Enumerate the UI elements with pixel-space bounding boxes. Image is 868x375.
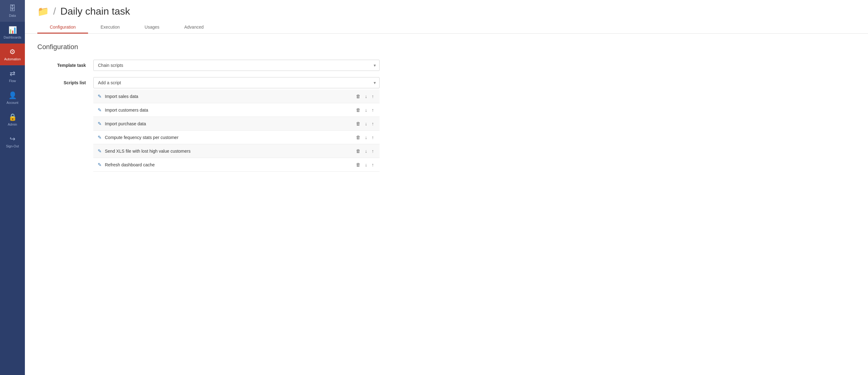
edit-icon-6: ✎	[98, 162, 102, 167]
automation-icon: ⚙	[9, 48, 16, 56]
admin-icon: 🔒	[8, 113, 17, 121]
script-item: ✎ Import sales data 🗑 ↓ ↑	[93, 90, 379, 103]
tab-execution[interactable]: Execution	[88, 22, 132, 34]
page-title-row: 📁 / Daily chain task	[37, 6, 856, 17]
move-up-button-6[interactable]: ↑	[371, 161, 375, 168]
move-up-button-1[interactable]: ↑	[371, 93, 375, 99]
page-title: Daily chain task	[60, 6, 130, 17]
script-name-3: Import purchase data	[105, 121, 146, 126]
title-separator: /	[53, 6, 56, 17]
edit-icon-5: ✎	[98, 148, 102, 154]
move-down-button-1[interactable]: ↓	[364, 93, 369, 99]
script-item: ✎ Refresh dashboard cache 🗑 ↓ ↑	[93, 158, 379, 171]
template-task-row: Template task Chain scripts ▾	[37, 60, 856, 71]
script-actions-6: 🗑 ↓ ↑	[355, 161, 375, 168]
sidebar-item-automation-label: Automation	[4, 57, 21, 61]
move-down-button-5[interactable]: ↓	[364, 148, 369, 154]
script-actions-4: 🗑 ↓ ↑	[355, 134, 375, 140]
script-item-left: ✎ Import purchase data	[98, 121, 146, 127]
script-name-1: Import sales data	[105, 94, 138, 99]
script-name-6: Refresh dashboard cache	[105, 162, 155, 167]
script-actions-5: 🗑 ↓ ↑	[355, 148, 375, 154]
script-actions-2: 🗑 ↓ ↑	[355, 107, 375, 113]
sidebar-item-admin-label: Admin	[8, 123, 17, 126]
scripts-list-label: Scripts list	[37, 77, 93, 85]
dashboards-icon: 📊	[8, 26, 17, 34]
template-task-select[interactable]: Chain scripts	[93, 60, 379, 71]
sidebar-item-data[interactable]: 🗄 Data	[0, 0, 25, 22]
edit-icon-3: ✎	[98, 121, 102, 127]
script-name-2: Import customers data	[105, 107, 148, 113]
account-icon: 👤	[8, 91, 17, 99]
sidebar-item-flow[interactable]: ⇄ Flow	[0, 65, 25, 87]
template-task-label: Template task	[37, 63, 93, 68]
delete-button-2[interactable]: 🗑	[355, 107, 362, 113]
sidebar-item-automation[interactable]: ⚙ Automation	[0, 43, 25, 65]
section-title: Configuration	[37, 43, 856, 51]
script-item-left: ✎ Compute fequency stats per customer	[98, 135, 179, 140]
script-item: ✎ Send XLS file with lost high value cus…	[93, 144, 379, 158]
script-item-left: ✎ Import customers data	[98, 107, 148, 113]
main-content: 📁 / Daily chain task Configuration Execu…	[25, 0, 868, 375]
move-up-button-4[interactable]: ↑	[371, 134, 375, 140]
folder-icon: 📁	[37, 6, 49, 17]
sidebar-item-admin[interactable]: 🔒 Admin	[0, 109, 25, 131]
move-down-button-4[interactable]: ↓	[364, 134, 369, 140]
sidebar-item-data-label: Data	[9, 14, 16, 18]
move-down-button-6[interactable]: ↓	[364, 161, 369, 168]
template-task-select-wrapper: Chain scripts ▾	[93, 60, 379, 71]
delete-button-1[interactable]: 🗑	[355, 93, 362, 99]
add-script-select[interactable]: Add a script	[93, 77, 379, 88]
script-name-5: Send XLS file with lost high value custo…	[105, 149, 190, 154]
template-task-control: Chain scripts ▾	[93, 60, 379, 71]
sidebar-item-flow-label: Flow	[9, 79, 16, 83]
move-up-button-3[interactable]: ↑	[371, 120, 375, 127]
delete-button-4[interactable]: 🗑	[355, 134, 362, 140]
sidebar-item-dashboards[interactable]: 📊 Dashboards	[0, 22, 25, 43]
script-item-left: ✎ Send XLS file with lost high value cus…	[98, 148, 190, 154]
script-item-left: ✎ Import sales data	[98, 94, 138, 99]
scripts-list-control: Add a script ▾ ✎ Import sales data 🗑 ↓	[93, 77, 379, 171]
scripts-list-row: Scripts list Add a script ▾ ✎ Import sal…	[37, 77, 856, 171]
sign-out-icon: ↪	[10, 135, 15, 143]
scripts-list: ✎ Import sales data 🗑 ↓ ↑ ✎ Import custo…	[93, 90, 379, 171]
script-item-left: ✎ Refresh dashboard cache	[98, 162, 155, 167]
sidebar-item-account-label: Account	[6, 101, 18, 104]
script-item: ✎ Import customers data 🗑 ↓ ↑	[93, 103, 379, 117]
script-item: ✎ Compute fequency stats per customer 🗑 …	[93, 131, 379, 144]
page-header: 📁 / Daily chain task Configuration Execu…	[25, 0, 868, 34]
edit-icon-4: ✎	[98, 135, 102, 140]
edit-icon-2: ✎	[98, 107, 102, 113]
script-name-4: Compute fequency stats per customer	[105, 135, 179, 140]
add-script-select-wrapper: Add a script ▾	[93, 77, 379, 88]
sidebar-item-account[interactable]: 👤 Account	[0, 87, 25, 109]
script-actions-3: 🗑 ↓ ↑	[355, 120, 375, 127]
move-up-button-5[interactable]: ↑	[371, 148, 375, 154]
move-down-button-3[interactable]: ↓	[364, 120, 369, 127]
script-actions-1: 🗑 ↓ ↑	[355, 93, 375, 99]
sidebar-item-dashboards-label: Dashboards	[4, 35, 22, 39]
data-icon: 🗄	[9, 4, 16, 12]
sidebar: 🗄 Data 📊 Dashboards ⚙ Automation ⇄ Flow …	[0, 0, 25, 375]
content-area: Configuration Template task Chain script…	[25, 34, 868, 375]
delete-button-3[interactable]: 🗑	[355, 120, 362, 127]
flow-icon: ⇄	[10, 70, 15, 78]
script-item: ✎ Import purchase data 🗑 ↓ ↑	[93, 117, 379, 131]
tabs: Configuration Execution Usages Advanced	[37, 22, 856, 33]
move-up-button-2[interactable]: ↑	[371, 107, 375, 113]
tab-usages[interactable]: Usages	[132, 22, 172, 34]
tab-advanced[interactable]: Advanced	[172, 22, 216, 34]
delete-button-6[interactable]: 🗑	[355, 161, 362, 168]
tab-configuration[interactable]: Configuration	[37, 22, 88, 34]
sidebar-item-sign-out[interactable]: ↪ Sign-Out	[0, 131, 25, 152]
edit-icon-1: ✎	[98, 94, 102, 99]
sidebar-item-sign-out-label: Sign-Out	[6, 144, 19, 148]
move-down-button-2[interactable]: ↓	[364, 107, 369, 113]
delete-button-5[interactable]: 🗑	[355, 148, 362, 154]
